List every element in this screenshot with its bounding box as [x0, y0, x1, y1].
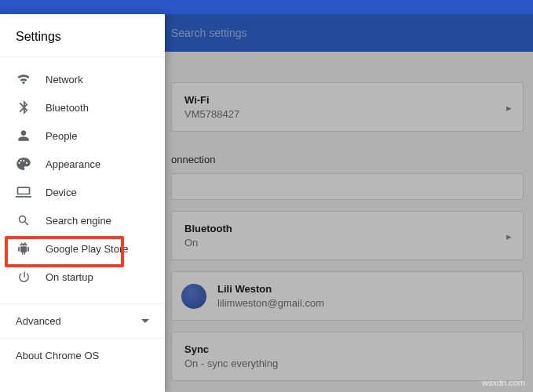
android-icon — [16, 241, 31, 256]
bluetooth-title: Bluetooth — [184, 223, 510, 234]
sidebar-advanced[interactable]: Advanced — [0, 303, 165, 338]
watermark: wsxdn.com — [482, 378, 525, 387]
sidebar-item-people[interactable]: People — [0, 122, 165, 150]
user-email: lilimweston@gmail.com — [217, 297, 324, 309]
sidebar-item-bluetooth[interactable]: Bluetooth — [0, 93, 165, 122]
advanced-label: Advanced — [16, 315, 61, 327]
sidebar-item-device[interactable]: Device — [0, 178, 165, 206]
sidebar-item-label: Bluetooth — [46, 102, 89, 114]
palette-icon — [16, 157, 31, 171]
laptop-icon — [16, 185, 31, 199]
wifi-title: Wi-Fi — [184, 94, 510, 106]
sidebar-item-label: Search engine — [46, 215, 111, 227]
avatar — [181, 284, 206, 309]
window-accent-bar — [0, 0, 533, 14]
sidebar-list: Network Bluetooth People Appearance Devi — [0, 57, 165, 299]
sidebar-item-on-startup[interactable]: On startup — [0, 263, 165, 291]
sidebar-title: Settings — [0, 27, 165, 57]
wifi-icon — [16, 72, 31, 86]
sync-title: Sync — [184, 343, 510, 355]
person-icon — [16, 129, 31, 143]
sync-card[interactable]: Sync On - sync everything — [171, 332, 524, 381]
chevron-right-icon: ▸ — [506, 230, 512, 241]
bluetooth-status: On — [184, 237, 510, 249]
sidebar-item-label: Appearance — [46, 158, 100, 170]
wifi-card[interactable]: Wi-Fi VM5788427 ▸ — [171, 82, 524, 132]
sidebar-item-google-play-store[interactable]: Google Play Store — [0, 234, 165, 263]
section-header-connection: onnection — [171, 143, 524, 173]
sidebar-item-label: Network — [46, 74, 83, 85]
search-icon — [16, 213, 31, 227]
sidebar-item-network[interactable]: Network — [0, 65, 165, 93]
section-card-empty[interactable] — [171, 173, 524, 200]
wifi-ssid: VM5788427 — [184, 108, 510, 120]
search-settings-placeholder[interactable]: Search settings — [171, 27, 247, 39]
sidebar-item-label: Google Play Store — [46, 243, 129, 255]
sidebar: Settings Network Bluetooth People Appear… — [0, 14, 165, 392]
sidebar-about[interactable]: About Chrome OS — [0, 338, 165, 372]
sidebar-item-label: Device — [46, 187, 77, 198]
about-label: About Chrome OS — [16, 350, 99, 361]
chevron-down-icon — [141, 319, 149, 323]
sidebar-item-label: People — [46, 130, 77, 142]
sidebar-item-appearance[interactable]: Appearance — [0, 150, 165, 178]
sidebar-item-label: On startup — [46, 271, 93, 283]
bluetooth-icon — [16, 100, 31, 114]
bluetooth-card[interactable]: Bluetooth On ▸ — [171, 211, 524, 260]
chevron-right-icon: ▸ — [506, 101, 512, 113]
power-icon — [16, 270, 31, 284]
sync-status: On - sync everything — [184, 358, 510, 369]
sidebar-item-search-engine[interactable]: Search engine — [0, 206, 165, 234]
user-name: Lili Weston — [217, 283, 324, 295]
people-card[interactable]: Lili Weston lilimweston@gmail.com — [171, 271, 524, 321]
